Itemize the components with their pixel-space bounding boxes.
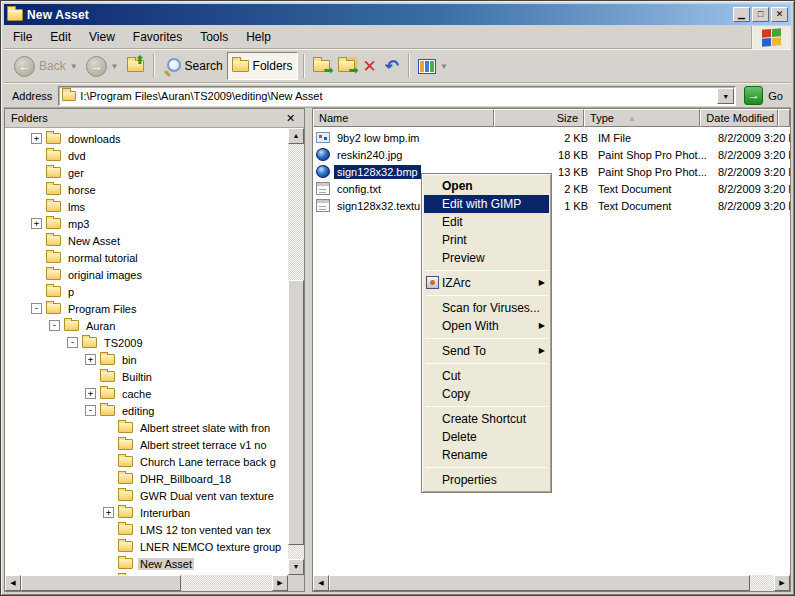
context-menu-item-create-shortcut[interactable]: Create Shortcut [424,410,549,428]
tree-item-label[interactable]: normal tutorial [66,252,140,264]
scrollbar-thumb[interactable] [329,575,750,591]
tree-item[interactable]: horse [5,181,288,198]
tree-item-label[interactable]: Builtin [120,371,154,383]
tree-item[interactable]: p [5,283,288,300]
address-input[interactable]: I:\Program Files\Auran\TS2009\editing\Ne… [58,86,736,106]
tree-item[interactable]: original images [5,266,288,283]
context-menu-item-open[interactable]: Open [424,177,549,195]
tree-item-label[interactable]: dvd [66,150,88,162]
tree-item-label[interactable]: Auran [84,320,117,332]
column-header-date-modified[interactable]: Date Modified [700,109,778,127]
search-button[interactable]: Search [159,52,227,80]
address-dropdown-icon[interactable]: ▼ [717,88,734,104]
column-header-size[interactable]: Size [494,109,584,127]
plus-expander-icon[interactable]: + [31,218,42,229]
folders-panel-close-icon[interactable]: ✕ [283,112,298,125]
address-path[interactable]: I:\Program Files\Auran\TS2009\editing\Ne… [80,90,717,102]
tree-item-label[interactable]: bin [120,354,139,366]
minimize-button[interactable]: ▁ [733,7,750,22]
context-menu-item-copy[interactable]: Copy [424,385,549,403]
context-menu-item-edit[interactable]: Edit [424,213,549,231]
title-bar[interactable]: New Asset ▁ □ ✕ [4,4,791,25]
scroll-left-icon[interactable]: ◀ [5,575,21,591]
back-dropdown-icon[interactable]: ▼ [70,62,78,71]
tree-item-label[interactable]: Albert street terrace v1 no [138,439,269,451]
tree-item[interactable]: -Auran [5,317,288,334]
context-menu-item-properties[interactable]: Properties [424,471,549,489]
tree-item-label[interactable]: horse [66,184,98,196]
files-horizontal-scrollbar[interactable]: ◀ ▶ [313,575,790,591]
tree-item[interactable]: +Interurban [5,504,288,521]
tree-item[interactable]: Albert street terrace v1 no [5,436,288,453]
menu-item-view[interactable]: View [80,27,124,47]
plus-expander-icon[interactable]: + [103,507,114,518]
file-name[interactable]: config.txt [334,182,384,196]
file-row[interactable]: reskin240.jpg18 KBPaint Shop Pro Phot...… [313,146,790,163]
go-button[interactable]: → Go [744,86,783,105]
menu-item-tools[interactable]: Tools [191,27,237,47]
scroll-left-icon[interactable]: ◀ [313,575,329,591]
tree-item-label[interactable]: Albert street slate with fron [138,422,272,434]
tree-item-label[interactable]: original images [66,269,144,281]
tree-item-label[interactable]: New Asset [66,235,122,247]
context-menu-item-print[interactable]: Print [424,231,549,249]
tree-item[interactable]: ger [5,164,288,181]
tree-item-label[interactable]: Interurban [138,507,192,519]
panel-divider[interactable] [305,108,312,592]
scroll-right-icon[interactable]: ▶ [774,575,790,591]
tree-item-label[interactable]: ger [66,167,86,179]
minus-expander-icon[interactable]: - [85,405,96,416]
tree-item-label[interactable]: Program Files [66,303,138,315]
tree-item[interactable]: -Program Files [5,300,288,317]
delete-button[interactable]: ✕ [359,52,381,80]
scroll-down-icon[interactable]: ▼ [288,559,304,575]
tree-item-label[interactable]: lms [66,201,87,213]
forward-dropdown-icon[interactable]: ▼ [111,62,119,71]
tree-item[interactable]: LNER NEMCO texture group [5,538,288,555]
tree-item-label[interactable]: TS2009 [102,337,145,349]
tree-item[interactable]: GWR Dual vent van texture [5,487,288,504]
file-name[interactable]: sign128x32.bmp [334,165,421,179]
context-menu-item-cut[interactable]: Cut [424,367,549,385]
tree-item[interactable]: +downloads [5,130,288,147]
tree-item[interactable]: -TS2009 [5,334,288,351]
menu-item-edit[interactable]: Edit [41,27,80,47]
context-menu-item-scan-for-viruses[interactable]: Scan for Viruses... [424,299,549,317]
tree-item[interactable]: LMS 12 ton vented van tex [5,521,288,538]
tree-item-label[interactable]: LNER NEMCO texture group [138,541,283,553]
maximize-button[interactable]: □ [752,7,769,22]
file-row[interactable]: 9by2 low bmp.im2 KBIM File8/2/2009 3:20 … [313,129,790,146]
folders-button[interactable]: Folders [227,52,298,80]
menu-item-file[interactable]: File [4,27,41,47]
tree-item-label[interactable]: mp3 [66,218,91,230]
scroll-up-icon[interactable]: ▲ [288,128,304,144]
tree-item[interactable]: lms [5,198,288,215]
tree-item[interactable]: normal tutorial [5,249,288,266]
context-menu-item-izarc[interactable]: IZArc▶ [424,274,549,292]
plus-expander-icon[interactable]: + [85,388,96,399]
tree-item-label[interactable]: cache [120,388,153,400]
tree-item[interactable]: +mp3 [5,215,288,232]
minus-expander-icon[interactable]: - [67,337,78,348]
tree-item-label[interactable]: LMS 12 ton vented van tex [138,524,273,536]
tree-item[interactable]: New Asset [5,555,288,572]
minus-expander-icon[interactable]: - [31,303,42,314]
column-header-type[interactable]: Type▲ [584,109,700,127]
tree-item[interactable]: +bin [5,351,288,368]
tree-item-label[interactable]: DHR_Billboard_18 [138,473,233,485]
context-menu-item-edit-with-gimp[interactable]: Edit with GIMP [424,195,549,213]
tree-item[interactable]: New Asset [5,232,288,249]
file-name[interactable]: 9by2 low bmp.im [334,131,423,145]
minus-expander-icon[interactable]: - [49,320,60,331]
tree-item-label[interactable]: editing [120,405,156,417]
views-dropdown-icon[interactable]: ▼ [440,62,448,71]
file-name[interactable]: reskin240.jpg [334,148,405,162]
views-button[interactable]: ▼ [414,52,452,80]
close-button[interactable]: ✕ [771,7,788,22]
move-to-button[interactable]: ➡ [309,52,334,80]
context-menu-item-delete[interactable]: Delete [424,428,549,446]
column-header-name[interactable]: Name [313,109,494,127]
tree-vertical-scrollbar[interactable]: ▲ ▼ [288,128,304,575]
context-menu-item-rename[interactable]: Rename [424,446,549,464]
up-button[interactable]: ⬆ [123,52,148,80]
